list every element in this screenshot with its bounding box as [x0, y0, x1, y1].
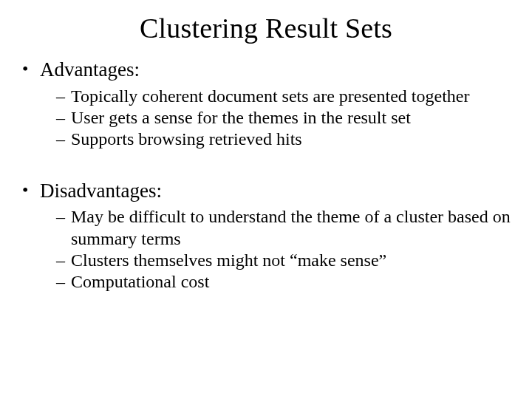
list-item: May be difficult to understand the theme…: [56, 206, 517, 250]
list-item: Topically coherent document sets are pre…: [56, 86, 517, 107]
list-item: Computational cost: [56, 271, 517, 293]
sub-list: Topically coherent document sets are pre…: [40, 86, 517, 151]
list-item: Supports browsing retrieved hits: [56, 129, 517, 150]
section-disadvantages: Disadvantages: May be difficult to under…: [22, 179, 517, 293]
slide: Clustering Result Sets Advantages: Topic…: [0, 0, 532, 399]
bullet-list: Advantages: Topically coherent document …: [15, 58, 517, 151]
sub-list: May be difficult to understand the theme…: [40, 206, 517, 293]
spacer: [15, 157, 517, 179]
bullet-list: Disadvantages: May be difficult to under…: [15, 179, 517, 293]
list-item: Clusters themselves might not “make sens…: [56, 250, 517, 271]
section-heading: Disadvantages:: [40, 180, 162, 202]
list-item: User gets a sense for the themes in the …: [56, 107, 517, 129]
section-advantages: Advantages: Topically coherent document …: [22, 58, 517, 151]
slide-title: Clustering Result Sets: [15, 12, 517, 44]
section-heading: Advantages:: [40, 58, 140, 81]
